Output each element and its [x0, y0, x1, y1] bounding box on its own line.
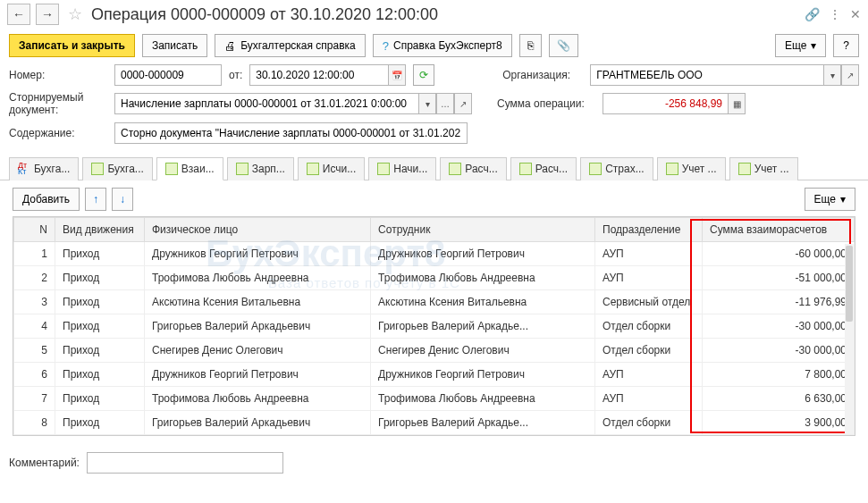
tab-1[interactable]: Бухга... — [82, 157, 152, 180]
cell-amount: 3 900,00 — [703, 410, 855, 434]
buh-expert-button[interactable]: ? Справка БухЭксперт8 — [373, 34, 512, 57]
accounting-report-button[interactable]: 🖨 Бухгалтерская справка — [215, 34, 366, 57]
cell-amount: 6 630,00 — [703, 386, 855, 410]
col-amount[interactable]: Сумма взаиморасчетов — [703, 217, 855, 241]
cell-movement: Приход — [55, 386, 145, 410]
cell-movement: Приход — [55, 289, 145, 314]
tab-label: Бухга... — [107, 163, 143, 175]
comment-input[interactable] — [87, 452, 283, 474]
sum-input[interactable] — [603, 93, 728, 114]
tab-7[interactable]: Расч... — [510, 157, 577, 180]
tab-label: Исчи... — [323, 163, 356, 175]
move-down-button[interactable]: ↓ — [112, 188, 133, 211]
col-dept[interactable]: Подразделение — [595, 217, 703, 241]
cell-n: 7 — [14, 386, 55, 410]
refresh-icon: ⟳ — [419, 69, 428, 81]
tab-label: Взаи... — [181, 163, 215, 175]
number-label: Номер: — [9, 69, 107, 81]
col-n[interactable]: N — [14, 217, 55, 241]
storno-clear-icon[interactable]: … — [436, 93, 454, 114]
tab-label: Учет ... — [754, 163, 789, 175]
copy-icon: ⎘ — [527, 39, 534, 52]
table-row[interactable]: 6ПриходДружников Георгий ПетровичДружник… — [14, 362, 855, 386]
cell-movement: Приход — [55, 241, 145, 265]
favorite-star-icon[interactable]: ☆ — [68, 4, 82, 24]
tab-9[interactable]: Учет ... — [657, 157, 726, 180]
dt-kt-icon: ДтКт — [18, 163, 30, 175]
content-input[interactable] — [114, 122, 468, 144]
org-open-icon[interactable]: ↗ — [841, 64, 859, 86]
nav-forward-button[interactable]: → — [36, 4, 59, 25]
sheet-icon — [165, 163, 178, 175]
content-label: Содержание: — [9, 127, 107, 139]
sheet-icon — [377, 163, 390, 175]
table-row[interactable]: 4ПриходГригорьев Валерий АркадьевичГриго… — [14, 314, 855, 338]
sheet-icon — [589, 163, 602, 175]
cell-person: Трофимова Любовь Андреевна — [145, 265, 371, 289]
refresh-button[interactable]: ⟳ — [413, 64, 434, 86]
org-dropdown-icon[interactable]: ▾ — [823, 64, 841, 86]
table-row[interactable]: 3ПриходАксютина Ксения ВитальевнаАксютин… — [14, 289, 855, 314]
cell-amount: -60 000,00 — [703, 241, 855, 265]
cell-person: Дружников Георгий Петрович — [145, 241, 371, 265]
tab-2[interactable]: Взаи... — [156, 157, 223, 180]
cell-movement: Приход — [55, 338, 145, 362]
nav-back-button[interactable]: ← — [7, 4, 30, 25]
col-employee[interactable]: Сотрудник — [371, 217, 595, 241]
add-row-button[interactable]: Добавить — [13, 188, 80, 211]
settlements-table[interactable]: N Вид движения Физическое лицо Сотрудник… — [13, 217, 855, 435]
tab-3[interactable]: Зарп... — [227, 157, 294, 180]
move-up-button[interactable]: ↑ — [85, 188, 106, 211]
kebab-icon[interactable]: ⋮ — [829, 7, 841, 21]
sheet-icon — [738, 163, 751, 175]
storno-open-icon[interactable]: ↗ — [454, 93, 472, 114]
printer-icon: 🖨 — [224, 39, 236, 53]
cell-dept: АУП — [595, 265, 703, 289]
link-icon[interactable]: 🔗 — [805, 7, 820, 21]
table-more-button[interactable]: Еще ▾ — [805, 188, 855, 211]
col-movement[interactable]: Вид движения — [55, 217, 145, 241]
cell-movement: Приход — [55, 410, 145, 434]
date-input[interactable] — [249, 64, 388, 86]
sheet-icon — [236, 163, 249, 175]
cell-n: 3 — [14, 289, 55, 314]
cell-amount: 7 800,00 — [703, 362, 855, 386]
cell-dept: Отдел сборки — [595, 338, 703, 362]
cell-amount: -11 976,99 — [703, 289, 855, 314]
number-input[interactable] — [114, 64, 222, 86]
comment-label: Комментарий: — [9, 457, 80, 469]
table-row[interactable]: 5ПриходСнегирев Денис ОлеговичСнегирев Д… — [14, 338, 855, 362]
storno-dropdown-icon[interactable]: ▾ — [418, 93, 436, 114]
help-button[interactable]: ? — [833, 34, 859, 57]
cell-person: Снегирев Денис Олегович — [145, 338, 371, 362]
copy-button[interactable]: ⎘ — [519, 34, 542, 57]
storno-input[interactable] — [114, 93, 418, 114]
org-input[interactable] — [590, 64, 823, 86]
calendar-icon[interactable]: 📅 — [388, 64, 406, 86]
question-icon: ? — [383, 39, 389, 53]
col-person[interactable]: Физическое лицо — [145, 217, 371, 241]
tab-4[interactable]: Исчи... — [298, 157, 365, 180]
cell-employee: Снегирев Денис Олегович — [371, 338, 595, 362]
tab-0[interactable]: ДтКтБухга... — [9, 157, 79, 180]
tab-10[interactable]: Учет ... — [729, 157, 798, 180]
attach-button[interactable]: 📎 — [549, 34, 578, 57]
table-row[interactable]: 7ПриходТрофимова Любовь АндреевнаТрофимо… — [14, 386, 855, 410]
table-row[interactable]: 2ПриходТрофимова Любовь АндреевнаТрофимо… — [14, 265, 855, 289]
tab-6[interactable]: Расч... — [440, 157, 506, 180]
cell-person: Григорьев Валерий Аркадьевич — [145, 314, 371, 338]
table-row[interactable]: 1ПриходДружников Георгий ПетровичДружник… — [14, 241, 855, 265]
save-button[interactable]: Записать — [142, 34, 207, 57]
tab-8[interactable]: Страх... — [580, 157, 653, 180]
more-button[interactable]: Еще ▾ — [775, 34, 826, 57]
table-row[interactable]: 8ПриходГригорьев Валерий АркадьевичГриго… — [14, 410, 855, 434]
cell-n: 4 — [14, 314, 55, 338]
close-icon[interactable]: ✕ — [850, 7, 861, 21]
sheet-icon — [307, 163, 319, 175]
save-close-button[interactable]: Записать и закрыть — [9, 34, 135, 57]
tab-5[interactable]: Начи... — [368, 157, 436, 180]
calculator-icon[interactable]: ▦ — [728, 93, 746, 114]
tab-label: Расч... — [535, 163, 568, 175]
vertical-scrollbar[interactable] — [845, 244, 854, 434]
sum-label: Сумма операции: — [497, 97, 595, 110]
